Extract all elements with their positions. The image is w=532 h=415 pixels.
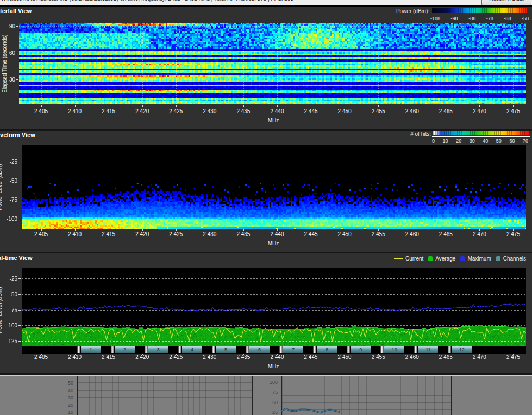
channel-block: 3 <box>148 346 168 353</box>
mini-left-y-label: 20 <box>62 402 73 408</box>
channel-bar: 123456789101112 <box>22 346 526 354</box>
y-tick-label: 90 <box>0 23 15 29</box>
channel-marker <box>77 346 80 353</box>
realtime-legend: CurrentAverageMaximumChannels <box>402 256 526 262</box>
channel-marker <box>212 346 215 353</box>
channel-block: 9 <box>351 346 371 353</box>
channel-number: 11 <box>418 346 438 353</box>
freq-tick-label: 2 420 <box>130 231 154 237</box>
freq-tick-mark <box>210 229 210 231</box>
freq-tick-label: 2 435 <box>231 231 255 237</box>
y-tick-label: -125 <box>1 338 17 344</box>
y-tick-mark <box>18 278 21 279</box>
hits-scale-tick: 50 <box>496 138 502 144</box>
waterfall-y-axis-label: Elapsed Time (seconds) <box>2 34 8 92</box>
freq-tick-mark <box>311 229 311 231</box>
legend-item-average: Average <box>428 256 455 262</box>
hits-scale-ticks: 010203040506070 <box>432 138 528 144</box>
hits-scale-tick: 0 <box>432 138 435 144</box>
freq-tick-label: 2 425 <box>164 231 188 237</box>
channel-marker <box>414 346 417 353</box>
waterfall-x-unit: MHz <box>261 117 285 123</box>
y-tick-label: -75 <box>1 197 17 203</box>
freq-tick-label: 2 430 <box>198 231 222 237</box>
legend-square-swatch <box>460 256 465 261</box>
legend-line-swatch <box>394 258 403 259</box>
y-tick-mark <box>16 79 18 80</box>
freq-tick-mark <box>378 354 379 355</box>
waterfall-legend-label: Power (dBm): <box>380 8 429 14</box>
mini-right-y-label: 100 <box>267 380 278 385</box>
hits-scale-tick: 30 <box>470 138 475 144</box>
freq-tick-mark <box>41 105 42 107</box>
freq-tick-label: 2 435 <box>231 108 255 114</box>
hits-scale-tick: 70 <box>523 138 528 144</box>
freq-tick-label: 2 455 <box>366 231 390 237</box>
freq-tick-mark <box>311 105 311 107</box>
power-scale-tick: -108 <box>430 16 440 21</box>
channel-block: 11 <box>418 346 438 353</box>
freq-tick-label: 2 460 <box>400 231 424 237</box>
channel-marker <box>279 346 283 353</box>
freq-tick-mark <box>479 105 480 107</box>
channel-marker <box>313 346 316 353</box>
freq-tick-mark <box>142 354 143 355</box>
legend-item-label: Maximum <box>467 256 491 262</box>
legend-item-maximum: Maximum <box>460 256 491 262</box>
y-tick-label: -25 <box>1 276 17 282</box>
y-tick-label: -50 <box>1 178 17 184</box>
freq-tick-label: 2 475 <box>501 108 525 114</box>
y-tick-mark <box>18 219 21 219</box>
channel-marker <box>111 346 114 353</box>
mini-right-y-label: 50 <box>267 400 278 405</box>
y-tick-mark <box>16 26 18 27</box>
freq-tick-mark <box>176 105 177 107</box>
freq-tick-label: 2 420 <box>130 108 154 114</box>
freq-tick-mark <box>75 105 76 107</box>
channel-block: 7 <box>283 346 303 353</box>
hits-scale-tick: 40 <box>483 138 488 144</box>
freq-tick-label: 2 405 <box>29 108 53 114</box>
power-scale-tick: -98 <box>451 16 458 21</box>
y-tick-mark <box>18 181 21 181</box>
freq-tick-mark <box>446 105 446 107</box>
y-tick-mark <box>18 162 21 162</box>
y-tick-mark <box>18 325 21 326</box>
channel-block: 12 <box>452 346 472 353</box>
channel-block: 5 <box>216 346 236 353</box>
freq-tick-mark <box>142 229 143 231</box>
freq-tick-label: 2 415 <box>97 231 121 237</box>
waveform-title: Waveform View <box>0 132 35 138</box>
legend-square-swatch <box>428 256 433 261</box>
channel-number: 8 <box>317 346 337 353</box>
channel-marker <box>380 346 384 353</box>
freq-tick-mark <box>513 105 514 107</box>
freq-tick-label: 2 470 <box>467 231 491 237</box>
hits-scale-tick: 10 <box>443 138 448 144</box>
legend-item-label: Average <box>435 256 455 262</box>
power-scale-ticks: -108-98-88-78-68-58 <box>430 16 529 21</box>
freq-tick-mark <box>446 354 446 355</box>
realtime-plot-canvas <box>22 268 526 354</box>
freq-tick-mark <box>41 354 42 355</box>
channel-number: 6 <box>249 346 270 353</box>
channel-number: 12 <box>452 346 472 353</box>
freq-tick-label: 2 475 <box>501 231 525 237</box>
waterfall-title: Waterfall View <box>0 8 32 14</box>
freq-tick-mark <box>446 229 446 231</box>
channel-block: 10 <box>384 346 404 353</box>
mini-right-y-label: 75 <box>267 389 278 395</box>
channel-block: 2 <box>115 346 135 353</box>
y-tick-label: -100 <box>1 216 17 222</box>
legend-item-label: Current <box>405 256 423 262</box>
freq-tick-mark <box>479 354 480 355</box>
channel-marker <box>145 346 148 353</box>
freq-tick-label: 2 410 <box>63 108 87 114</box>
reset-all-data-button[interactable]: Reset All Data <box>481 0 531 5</box>
channel-number: 2 <box>115 346 135 353</box>
freq-tick-mark <box>378 105 379 107</box>
y-tick-mark <box>18 200 21 200</box>
waterfall-heatmap-canvas <box>19 23 526 104</box>
mini-left-y-label: 40 <box>62 388 73 393</box>
freq-tick-mark <box>75 229 76 231</box>
